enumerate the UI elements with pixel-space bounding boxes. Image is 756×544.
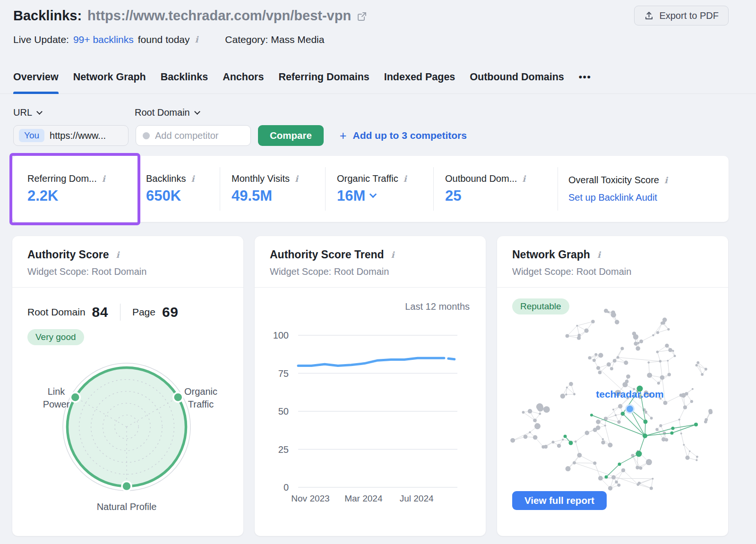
- metric-backlinks: Backlinks i 650K: [133, 173, 220, 204]
- tab-backlinks[interactable]: Backlinks: [161, 70, 208, 94]
- info-icon[interactable]: i: [403, 175, 408, 183]
- tab-referring-domains[interactable]: Referring Domains: [278, 70, 369, 94]
- svg-text:Mar 2024: Mar 2024: [344, 493, 383, 503]
- trend-range-label: Last 12 months: [405, 301, 470, 312]
- info-icon[interactable]: i: [521, 175, 526, 183]
- tab-overview[interactable]: Overview: [13, 70, 59, 94]
- card-authority-score-trend: Authority Score Trend i Widget Scope: Ro…: [255, 236, 486, 536]
- metric-label: Backlinks i: [146, 173, 220, 184]
- network-center-label[interactable]: techradar.com: [596, 389, 664, 400]
- svg-text:25: 25: [278, 444, 289, 455]
- you-url-value: https://www...: [50, 130, 106, 141]
- add-competitors-link[interactable]: + Add up to 3 competitors: [340, 130, 467, 142]
- svg-text:0: 0: [284, 482, 289, 493]
- metric-organic-traffic: Organic Traffic i 16M: [326, 173, 433, 204]
- compare-filter-row: You https://www... Compare + Add up to 3…: [13, 125, 467, 146]
- widget-scope-label: Widget Scope: Root Domain: [27, 266, 228, 277]
- metric-referring-domains: Referring Dom... i 2.2K: [12, 173, 133, 204]
- live-update-link[interactable]: 99+ backlinks: [73, 34, 134, 45]
- very-good-badge: Very good: [27, 329, 84, 345]
- info-icon[interactable]: i: [663, 176, 669, 185]
- setup-backlink-audit-link[interactable]: Set up Backlink Audit: [568, 192, 729, 203]
- page-score-label: Page: [132, 306, 155, 318]
- authority-score-title: Authority Score: [27, 248, 109, 261]
- url-filter-dropdown[interactable]: URL: [13, 107, 42, 118]
- plus-icon: +: [340, 130, 347, 142]
- info-icon[interactable]: i: [115, 251, 120, 259]
- chevron-down-icon: [194, 109, 200, 115]
- competitor-input-box[interactable]: [136, 125, 251, 146]
- external-link-icon[interactable]: [357, 11, 367, 22]
- svg-text:Nov 2023: Nov 2023: [291, 493, 329, 503]
- compare-button[interactable]: Compare: [258, 125, 324, 146]
- you-chip: You: [19, 129, 44, 142]
- info-icon[interactable]: i: [294, 175, 299, 183]
- add-competitors-label: Add up to 3 competitors: [352, 130, 467, 141]
- svg-text:Traffic: Traffic: [188, 399, 214, 409]
- card-header: Authority Score Trend i Widget Scope: Ro…: [255, 236, 486, 288]
- root-domain-score-value: 84: [92, 304, 108, 320]
- root-domain-score-label: Root Domain: [27, 306, 86, 318]
- authority-radar-chart: LinkPowerOrganicTrafficNatural Profile: [12, 348, 243, 527]
- metric-toxicity-score: Overall Toxicity Score i Set up Backlink…: [558, 175, 729, 203]
- authority-trend-title: Authority Score Trend: [270, 248, 384, 261]
- organic-traffic-value: 16M: [337, 187, 365, 204]
- monthly-visits-label: Monthly Visits: [232, 173, 290, 184]
- info-icon[interactable]: i: [190, 175, 195, 183]
- card-authority-score: Authority Score i Widget Scope: Root Dom…: [12, 236, 243, 536]
- page-score-value: 69: [162, 304, 178, 320]
- competitor-input[interactable]: [155, 130, 244, 141]
- metric-label: Referring Dom... i: [27, 173, 133, 184]
- live-update-label: Live Update:: [13, 34, 69, 45]
- metric-label: Outbound Dom... i: [445, 173, 558, 184]
- report-tabs: Overview Network Graph Backlinks Anchors…: [0, 70, 756, 94]
- card-header: Network Graph i Widget Scope: Root Domai…: [497, 236, 728, 288]
- competitor-dot-icon: [143, 132, 150, 139]
- svg-text:50: 50: [278, 406, 289, 416]
- metric-label: Monthly Visits i: [232, 173, 325, 184]
- tab-anchors[interactable]: Anchors: [223, 70, 264, 94]
- tab-outbound-domains[interactable]: Outbound Domains: [470, 70, 564, 94]
- toxicity-score-label: Overall Toxicity Score: [568, 175, 659, 186]
- category-label: Category: Mass Media: [225, 34, 324, 45]
- tab-network-graph[interactable]: Network Graph: [73, 70, 146, 94]
- upload-icon: [644, 11, 654, 21]
- metric-monthly-visits: Monthly Visits i 49.5M: [220, 173, 325, 204]
- widget-scope-label: Widget Scope: Root Domain: [270, 266, 471, 277]
- export-pdf-label: Export to PDF: [659, 10, 719, 21]
- root-domain-filter-dropdown[interactable]: Root Domain: [135, 107, 199, 118]
- authority-trend-chart: 0255075100Nov 2023Mar 2024Jul 2024: [255, 316, 486, 515]
- page-title: Backlinks: https://www.techradar.com/vpn…: [13, 6, 367, 26]
- live-update-info-icon[interactable]: i: [194, 35, 199, 44]
- root-domain-filter-label: Root Domain: [135, 107, 190, 118]
- url-filter-label: URL: [13, 107, 32, 118]
- network-graph-title: Network Graph: [512, 248, 590, 261]
- metric-outbound-domains: Outbound Dom... i 25: [434, 173, 558, 204]
- info-icon[interactable]: i: [390, 251, 395, 259]
- svg-text:Natural Profile: Natural Profile: [97, 502, 157, 512]
- tab-indexed-pages[interactable]: Indexed Pages: [384, 70, 455, 94]
- info-icon[interactable]: i: [101, 175, 106, 183]
- chevron-down-icon: [369, 191, 377, 198]
- card-network-graph: Network Graph i Widget Scope: Root Domai…: [497, 236, 728, 536]
- view-full-report-button[interactable]: View full report: [512, 491, 607, 510]
- monthly-visits-value: 49.5M: [232, 187, 325, 204]
- svg-text:75: 75: [278, 368, 289, 379]
- you-url-input[interactable]: You https://www...: [13, 125, 129, 146]
- page-header: Backlinks: https://www.techradar.com/vpn…: [13, 6, 729, 26]
- info-icon[interactable]: i: [596, 251, 601, 259]
- referring-domains-value: 2.2K: [27, 187, 133, 204]
- card-title: Network Graph i: [512, 248, 713, 261]
- metrics-bar: Referring Dom... i 2.2K Backlinks i 650K…: [12, 156, 729, 222]
- outbound-domains-label: Outbound Dom...: [445, 173, 517, 184]
- card-header: Authority Score i Widget Scope: Root Dom…: [12, 236, 243, 288]
- backlinks-label: Backlinks: [146, 173, 186, 184]
- export-pdf-button[interactable]: Export to PDF: [634, 6, 729, 26]
- widget-scope-label: Widget Scope: Root Domain: [512, 266, 713, 277]
- organic-traffic-value-dropdown[interactable]: 16M: [337, 187, 433, 204]
- score-divider: [120, 304, 120, 321]
- tabs-more-button[interactable]: •••: [579, 70, 592, 94]
- chevron-down-icon: [36, 109, 43, 115]
- organic-traffic-label: Organic Traffic: [337, 173, 398, 184]
- svg-text:Link: Link: [48, 386, 66, 397]
